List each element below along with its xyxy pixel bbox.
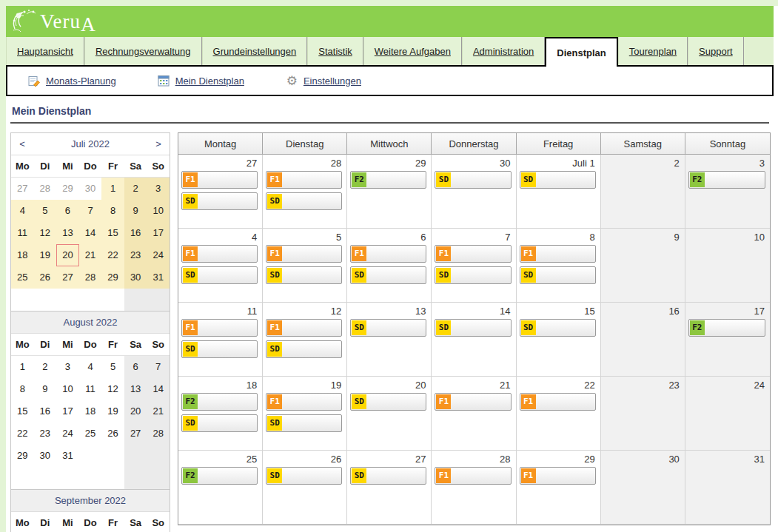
calendar-entry[interactable]: SD <box>181 266 258 284</box>
mini-day-cell[interactable]: 16 <box>34 400 57 422</box>
mini-day-cell[interactable]: 31 <box>147 266 170 289</box>
mini-day-cell[interactable]: 22 <box>11 422 34 445</box>
calendar-entry[interactable]: SD <box>181 414 258 432</box>
mini-day-cell[interactable]: 1 <box>11 356 34 378</box>
mini-day-cell[interactable]: 23 <box>124 244 147 266</box>
mini-day-cell[interactable]: 3 <box>147 178 170 200</box>
mini-day-cell[interactable]: 14 <box>79 222 102 244</box>
mini-day-cell[interactable]: 19 <box>101 400 124 422</box>
calendar-entry[interactable]: SD <box>266 467 342 485</box>
mini-day-cell[interactable]: 11 <box>79 378 102 400</box>
calendar-entry[interactable]: SD <box>435 171 511 189</box>
calendar-entry[interactable]: F1 <box>435 467 511 485</box>
mini-day-cell[interactable]: 2 <box>124 178 147 200</box>
calendar-entry[interactable]: F2 <box>181 393 258 411</box>
calendar-entry[interactable]: SD <box>181 192 258 210</box>
mini-day-cell[interactable]: 28 <box>147 422 170 445</box>
mini-day-cell[interactable]: 18 <box>11 244 34 266</box>
calendar-entry[interactable]: F2 <box>688 171 765 189</box>
calendar-entry[interactable]: F1 <box>435 245 511 263</box>
next-month-button[interactable]: > <box>147 138 170 149</box>
mini-day-cell[interactable]: 21 <box>147 400 170 422</box>
calendar-entry[interactable]: F1 <box>266 393 342 411</box>
mini-day-cell[interactable]: 29 <box>56 178 79 200</box>
calendar-entry[interactable]: SD <box>350 266 426 284</box>
tab-grundeinstellungen[interactable]: Grundeinstellungen <box>202 37 308 65</box>
mini-day-cell[interactable]: 7 <box>79 200 102 222</box>
calendar-entry[interactable]: F1 <box>266 171 342 189</box>
tab-hauptansicht[interactable]: Hauptansicht <box>6 37 84 65</box>
calendar-entry[interactable]: F1 <box>350 245 426 263</box>
calendar-entry[interactable]: F1 <box>181 319 258 337</box>
mini-day-cell[interactable]: 21 <box>79 244 102 266</box>
mini-day-cell[interactable]: 30 <box>34 445 57 467</box>
mini-day-cell[interactable]: 11 <box>11 222 34 244</box>
mini-day-cell[interactable]: 25 <box>11 266 34 289</box>
tab-rechnungsverwaltung[interactable]: Rechnungsverwaltung <box>84 37 202 65</box>
calendar-entry[interactable]: SD <box>266 192 342 210</box>
calendar-entry[interactable]: F1 <box>266 245 342 263</box>
calendar-entry[interactable]: SD <box>520 266 596 284</box>
mini-day-cell[interactable]: 18 <box>79 400 102 422</box>
prev-month-button[interactable]: < <box>11 138 33 149</box>
mini-day-cell[interactable]: 8 <box>11 378 34 400</box>
calendar-entry[interactable]: SD <box>435 319 511 337</box>
tab-weitere-aufgaben[interactable]: Weitere Aufgaben <box>363 37 462 65</box>
calendar-entry[interactable]: SD <box>350 467 426 485</box>
mini-day-cell[interactable]: 30 <box>79 178 102 200</box>
calendar-entry[interactable]: SD <box>520 319 596 337</box>
mini-day-cell[interactable]: 26 <box>101 422 124 445</box>
mini-day-cell[interactable]: 2 <box>34 356 57 378</box>
mini-day-cell[interactable]: 10 <box>147 200 170 222</box>
mini-day-cell[interactable]: 13 <box>56 222 79 244</box>
mini-day-cell[interactable]: 12 <box>34 222 57 244</box>
mini-day-cell[interactable]: 31 <box>56 445 79 467</box>
mini-day-cell[interactable]: 4 <box>11 200 34 222</box>
calendar-entry[interactable]: SD <box>266 414 342 432</box>
mini-day-cell[interactable]: 24 <box>56 422 79 445</box>
mini-day-cell[interactable]: 29 <box>11 445 34 467</box>
mini-day-cell[interactable]: 27 <box>11 178 34 200</box>
calendar-entry[interactable]: SD <box>435 266 511 284</box>
calendar-entry[interactable]: F1 <box>520 245 596 263</box>
tab-dienstplan[interactable]: Dienstplan <box>545 37 617 67</box>
mini-day-cell[interactable]: 8 <box>101 200 124 222</box>
calendar-entry[interactable]: SD <box>181 340 258 358</box>
calendar-entry[interactable]: F1 <box>520 393 596 411</box>
calendar-entry[interactable]: SD <box>266 340 342 358</box>
mini-day-cell[interactable]: 5 <box>34 200 57 222</box>
calendar-entry[interactable]: F2 <box>688 319 765 337</box>
mini-day-cell[interactable]: 4 <box>79 356 102 378</box>
calendar-entry[interactable]: F2 <box>350 171 426 189</box>
mini-day-cell[interactable]: 7 <box>147 356 170 378</box>
mini-day-cell[interactable]: 16 <box>124 222 147 244</box>
toolbar-link-einstellungen[interactable]: ⚙Einstellungen <box>286 75 361 87</box>
calendar-entry[interactable]: SD <box>520 171 596 189</box>
mini-day-cell[interactable]: 28 <box>79 266 102 289</box>
mini-day-cell[interactable]: 6 <box>56 200 79 222</box>
calendar-entry[interactable]: F1 <box>266 319 342 337</box>
mini-day-cell[interactable]: 20 <box>56 244 79 266</box>
mini-day-cell[interactable]: 27 <box>56 266 79 289</box>
mini-day-cell[interactable]: 19 <box>34 244 57 266</box>
mini-day-cell[interactable]: 25 <box>79 422 102 445</box>
mini-day-cell[interactable]: 13 <box>124 378 147 400</box>
mini-day-cell[interactable]: 20 <box>124 400 147 422</box>
tab-statistik[interactable]: Statistik <box>307 37 363 65</box>
calendar-entry[interactable]: SD <box>350 319 426 337</box>
mini-day-cell[interactable]: 17 <box>56 400 79 422</box>
toolbar-link-monats-planung[interactable]: Monats-Planung <box>28 75 116 87</box>
mini-day-cell[interactable]: 5 <box>101 356 124 378</box>
mini-day-cell[interactable]: 15 <box>101 222 124 244</box>
mini-day-cell[interactable]: 9 <box>34 378 57 400</box>
tab-administration[interactable]: Administration <box>462 37 545 65</box>
mini-day-cell[interactable]: 3 <box>56 356 79 378</box>
mini-day-cell[interactable]: 6 <box>124 356 147 378</box>
mini-day-cell[interactable]: 24 <box>147 244 170 266</box>
mini-day-cell[interactable]: 9 <box>124 200 147 222</box>
mini-day-cell[interactable]: 28 <box>34 178 57 200</box>
calendar-entry[interactable]: SD <box>266 266 342 284</box>
calendar-entry[interactable]: F1 <box>435 393 511 411</box>
calendar-entry[interactable]: F1 <box>520 467 596 485</box>
calendar-entry[interactable]: F1 <box>181 171 258 189</box>
